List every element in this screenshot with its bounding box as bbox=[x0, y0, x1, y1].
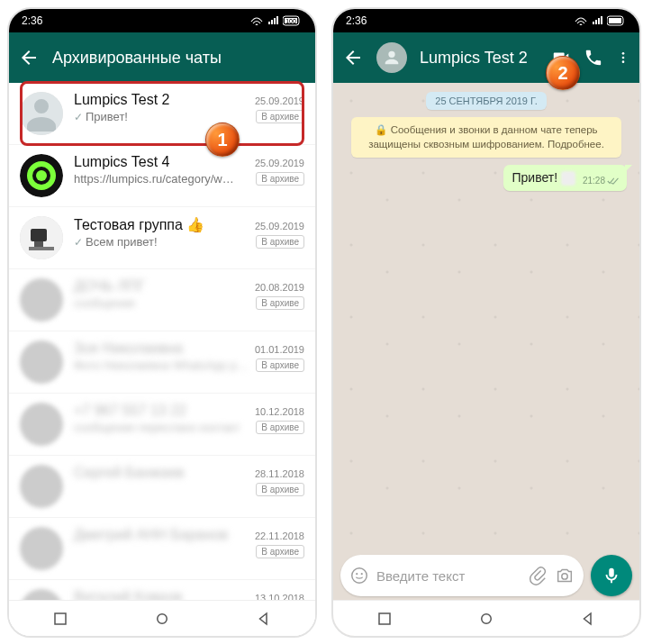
chat-row[interactable]: Lumpics Test 425.09.2019https://lumpics.… bbox=[9, 145, 315, 207]
chat-avatar[interactable] bbox=[20, 403, 63, 446]
chat-background: 25 СЕНТЯБРЯ 2019 Г. 🔒 Сообщения и звонки… bbox=[333, 83, 639, 636]
chat-date: 20.08.2019 bbox=[255, 282, 304, 293]
nav-recent-icon[interactable] bbox=[376, 611, 393, 627]
chat-avatar[interactable] bbox=[20, 216, 63, 259]
archived-header: Архивированные чаты bbox=[9, 32, 315, 83]
message-input-bar: Введите текст bbox=[340, 555, 632, 596]
chat-name: Зоя Николаевна bbox=[74, 340, 183, 357]
chat-row[interactable]: Дмитрий АНН Баранов22.11.2018В архиве bbox=[9, 518, 315, 580]
chat-date: 01.01.2019 bbox=[255, 344, 304, 355]
chat-avatar[interactable] bbox=[20, 92, 63, 135]
camera-icon[interactable] bbox=[555, 566, 575, 585]
battery-icon bbox=[607, 15, 627, 26]
step-badge-1: 1 bbox=[205, 122, 240, 157]
chat-preview: сообщение bbox=[74, 296, 249, 310]
nav-home-icon[interactable] bbox=[154, 611, 170, 627]
outgoing-message[interactable]: Привет! 21:28 bbox=[503, 165, 628, 191]
clock: 2:36 bbox=[346, 14, 367, 27]
status-bar: 2:36 100 bbox=[9, 9, 315, 32]
wifi-icon bbox=[575, 16, 587, 25]
input-placeholder: Введите текст bbox=[376, 568, 521, 584]
svg-point-28 bbox=[562, 574, 567, 579]
chat-row[interactable]: +7 967 557 13 2210.12.2018сообщение пере… bbox=[9, 394, 315, 456]
step-badge-2: 2 bbox=[546, 56, 580, 90]
svg-point-22 bbox=[622, 52, 625, 55]
archived-chip: В архиве bbox=[256, 172, 304, 186]
phone-chat-view: 2:36 Lumpics Test 2 25 СЕНТЯБРЯ 2019 Г. … bbox=[331, 7, 641, 638]
chat-name: Lumpics Test 4 bbox=[74, 154, 169, 170]
emoji-icon bbox=[561, 171, 575, 186]
nav-back-icon[interactable] bbox=[256, 611, 272, 627]
contact-avatar[interactable] bbox=[376, 42, 407, 73]
chat-avatar[interactable] bbox=[20, 465, 63, 508]
chat-header: Lumpics Test 2 bbox=[333, 32, 639, 83]
mic-icon bbox=[602, 566, 621, 585]
header-title: Архивированные чаты bbox=[52, 49, 306, 68]
message-time: 21:28 bbox=[583, 176, 605, 186]
svg-point-12 bbox=[20, 278, 63, 322]
chat-row[interactable]: ДОЧЬ ЛПГ20.08.2019сообщениеВ архиве bbox=[9, 269, 315, 331]
svg-point-25 bbox=[352, 568, 367, 584]
more-icon[interactable] bbox=[616, 48, 630, 68]
message-text: Привет! bbox=[512, 170, 558, 185]
signal-icon bbox=[267, 16, 279, 25]
chat-preview: Фото Николаевна WhatsApp работа bbox=[74, 358, 249, 372]
svg-point-26 bbox=[356, 573, 358, 575]
chat-row[interactable]: Зоя Николаевна01.01.2019Фото Николаевна … bbox=[9, 331, 315, 394]
archived-chip: В архиве bbox=[256, 358, 304, 372]
chat-date: 25.09.2019 bbox=[255, 221, 304, 231]
chat-name: Lumpics Test 2 bbox=[74, 92, 169, 108]
svg-point-7 bbox=[36, 170, 47, 181]
svg-point-14 bbox=[20, 403, 63, 446]
status-icons: 100 bbox=[250, 15, 303, 26]
svg-point-24 bbox=[622, 60, 625, 63]
archived-chip: В архиве bbox=[256, 421, 304, 434]
chat-row[interactable]: Тестовая группа 👍25.09.2019Всем привет!В… bbox=[9, 207, 315, 269]
chat-row[interactable]: Сергей Банжаев28.11.2018В архиве bbox=[9, 456, 315, 518]
message-input[interactable]: Введите текст bbox=[340, 555, 584, 596]
svg-point-30 bbox=[482, 613, 492, 623]
svg-rect-21 bbox=[609, 18, 621, 23]
archived-chip: В архиве bbox=[256, 545, 304, 558]
read-check-icon bbox=[607, 177, 620, 186]
archived-chip: В архиве bbox=[256, 235, 304, 249]
person-icon bbox=[382, 48, 402, 68]
svg-rect-29 bbox=[379, 613, 390, 624]
chat-preview: сообщение переслано контакт bbox=[74, 421, 249, 434]
svg-rect-10 bbox=[34, 241, 43, 247]
date-pill: 25 СЕНТЯБРЯ 2019 Г. bbox=[426, 92, 546, 110]
nav-home-icon[interactable] bbox=[478, 611, 494, 627]
chat-date: 25.09.2019 bbox=[255, 95, 304, 106]
chat-name: +7 967 557 13 22 bbox=[74, 403, 186, 419]
chat-name: Сергей Банжаев bbox=[74, 465, 184, 481]
status-icons bbox=[575, 15, 627, 26]
wifi-icon bbox=[250, 16, 263, 25]
emoji-icon[interactable] bbox=[349, 566, 369, 585]
svg-rect-9 bbox=[31, 229, 47, 241]
chat-avatar[interactable] bbox=[20, 527, 63, 570]
voice-call-icon[interactable] bbox=[584, 48, 603, 68]
archived-chip: В архиве bbox=[256, 483, 304, 496]
encryption-notice[interactable]: 🔒 Сообщения и звонки в данном чате тепер… bbox=[351, 117, 621, 158]
chat-avatar[interactable] bbox=[20, 278, 63, 322]
chat-contact-name[interactable]: Lumpics Test 2 bbox=[420, 49, 539, 68]
chat-date: 28.11.2018 bbox=[255, 468, 304, 479]
archived-chat-list[interactable]: Lumpics Test 225.09.2019Привет!В архивеL… bbox=[9, 83, 315, 636]
signal-icon bbox=[591, 16, 603, 25]
chat-preview: https://lumpics.ru/category/w… bbox=[74, 172, 249, 186]
attach-icon[interactable] bbox=[528, 566, 548, 585]
chat-date: 10.12.2018 bbox=[255, 406, 304, 417]
nav-back-icon[interactable] bbox=[580, 611, 596, 627]
svg-rect-18 bbox=[55, 613, 66, 624]
nav-recent-icon[interactable] bbox=[52, 611, 68, 627]
back-icon[interactable] bbox=[342, 47, 364, 68]
back-icon[interactable] bbox=[18, 47, 40, 68]
chat-preview: Привет! bbox=[74, 110, 249, 123]
chat-avatar[interactable] bbox=[20, 340, 63, 384]
clock: 2:36 bbox=[22, 14, 42, 27]
chat-avatar[interactable] bbox=[20, 154, 63, 197]
battery-icon: 100 bbox=[283, 15, 303, 26]
archived-chip: В архиве bbox=[256, 110, 304, 123]
chat-row[interactable]: Lumpics Test 225.09.2019Привет!В архиве bbox=[9, 83, 315, 145]
voice-message-button[interactable] bbox=[591, 555, 632, 596]
